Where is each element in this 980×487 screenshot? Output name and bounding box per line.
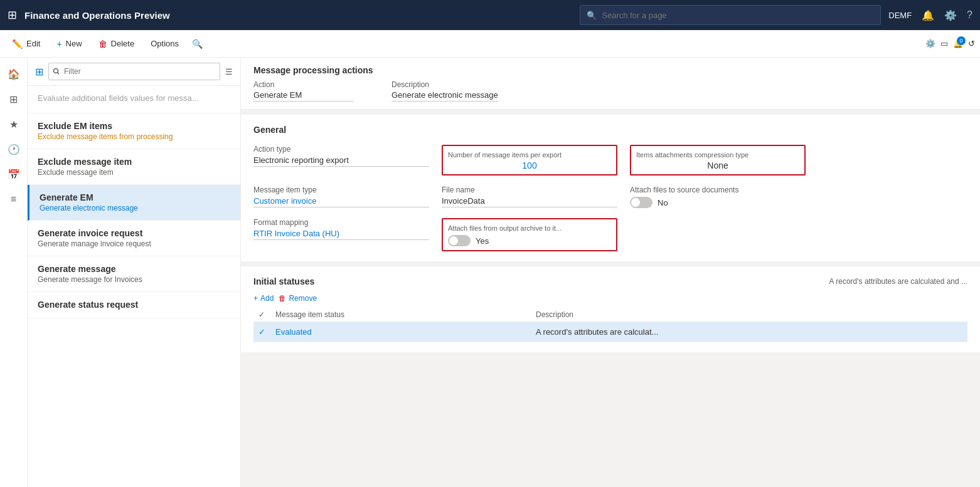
settings-icon[interactable]: ⚙️ xyxy=(944,9,957,21)
help-icon[interactable]: ? xyxy=(967,9,972,21)
app-title: Finance and Operations Preview xyxy=(24,10,170,21)
search-toolbar-icon[interactable]: 🔍 xyxy=(188,35,206,53)
filter-icon[interactable]: ⊞ xyxy=(3,88,25,110)
calendar-icon[interactable]: 📅 xyxy=(3,163,25,186)
row-description: A record's attributes are calculat... xyxy=(531,322,967,342)
items-attach-value: None xyxy=(636,160,799,170)
attach-output-toggle-container: Yes xyxy=(448,235,611,246)
statuses-note: A record's attributes are calculated and… xyxy=(829,277,967,286)
format-mapping-label: Format mapping xyxy=(253,218,429,227)
list-item[interactable]: Generate status request xyxy=(28,292,240,319)
notification-icon[interactable]: 🔔 xyxy=(922,9,934,21)
list-item-title: Exclude message item xyxy=(38,157,230,167)
status-col-header: Message item status xyxy=(270,308,531,322)
list-item-title: Exclude EM items xyxy=(38,121,230,131)
file-name-value: InvoiceData xyxy=(442,196,617,207)
options-button[interactable]: Options xyxy=(144,34,186,53)
row-check: ✓ xyxy=(253,322,270,342)
general-grid: Action type Electronic reporting export … xyxy=(253,145,967,251)
toolbar: ✏️ Edit + New 🗑 Delete Options 🔍 ⚙️ ▭ 🔔0… xyxy=(0,30,980,58)
msg-items-per-export-field[interactable]: Number of message items per export 100 xyxy=(442,145,617,175)
user-label: DEMF xyxy=(888,11,912,20)
attach-source-toggle[interactable] xyxy=(630,197,652,208)
search-bar[interactable]: 🔍 xyxy=(580,5,881,25)
statuses-header: Initial statuses A record's attributes a… xyxy=(253,276,967,286)
list-item[interactable]: Generate invoice request Generate manage… xyxy=(28,221,240,256)
items-attach-compression-field[interactable]: Items attachments compression type None xyxy=(630,145,806,175)
list-item[interactable]: Generate message Generate message for In… xyxy=(28,256,240,292)
delete-icon: 🗑 xyxy=(99,39,107,49)
list-item-subtitle: Exclude message item xyxy=(38,168,230,177)
empty-cell xyxy=(630,218,806,251)
list-item-subtitle: Generate message for Invoices xyxy=(38,275,230,284)
notification2-icon[interactable]: 🔔0 xyxy=(953,39,963,48)
action-type-label: Action type xyxy=(253,145,429,154)
list-item[interactable]: Evaluate additional fields values for me… xyxy=(28,86,240,113)
statuses-table: ✓ Message item status Description ✓ Eval… xyxy=(253,308,967,342)
action-label: Action xyxy=(253,80,354,89)
search-input[interactable] xyxy=(602,11,874,20)
list-item-faded-title: Evaluate additional fields values for me… xyxy=(38,93,230,103)
attach-output-value: Yes xyxy=(476,236,489,246)
description-label: Description xyxy=(391,80,498,89)
list-item-title: Generate status request xyxy=(38,300,230,310)
msg-item-type-field: Message item type Customer invoice xyxy=(253,186,429,208)
message-processing-header: Message processing actions Action Genera… xyxy=(241,58,980,110)
format-mapping-field: Format mapping RTIR Invoice Data (HU) xyxy=(253,218,429,251)
star-icon[interactable]: ★ xyxy=(3,113,25,135)
search-icon: 🔍 xyxy=(587,11,597,20)
list-item-subtitle: Exclude message items from processing xyxy=(38,132,230,141)
list-panel: ⊞ ☰ Evaluate additional fields values fo… xyxy=(28,58,241,487)
refresh-icon[interactable]: ↺ xyxy=(968,39,975,48)
list-panel-header: ⊞ ☰ xyxy=(28,58,240,86)
edit-icon: ✏️ xyxy=(12,39,23,49)
main-layout: 🏠 ⊞ ★ 🕐 📅 ≡ ⊞ ☰ Evaluate additional fiel… xyxy=(0,58,980,487)
filter-input[interactable] xyxy=(48,63,220,80)
menu-lines-icon[interactable]: ☰ xyxy=(225,67,233,76)
remove-button[interactable]: 🗑 Remove xyxy=(279,294,317,303)
toolbar-right: ⚙️ ▭ 🔔0 ↺ xyxy=(925,39,975,48)
description-field-group: Description Generate electronic message xyxy=(391,80,498,102)
plus-icon: + xyxy=(253,294,258,303)
msg-item-type-label: Message item type xyxy=(253,186,429,194)
home-icon[interactable]: 🏠 xyxy=(3,63,25,85)
attach-source-docs-field: Attach files to source documents No xyxy=(630,186,806,208)
edit-button[interactable]: ✏️ Edit xyxy=(5,34,47,53)
attach-output-archive-field[interactable]: Attach files from output archive to it..… xyxy=(442,218,617,251)
panel-icon[interactable]: ▭ xyxy=(940,39,948,48)
msg-items-value: 100 xyxy=(448,160,611,170)
topbar: ⊞ Finance and Operations Preview 🔍 DEMF … xyxy=(0,0,980,30)
file-name-field: File name InvoiceData xyxy=(442,186,617,208)
items-attach-label: Items attachments compression type xyxy=(636,151,748,159)
description-value: Generate electronic message xyxy=(391,90,498,102)
action-value: Generate EM xyxy=(253,90,354,102)
list-item[interactable]: Exclude message item Exclude message ite… xyxy=(28,149,240,185)
general-section: General Action type Electronic reporting… xyxy=(241,115,980,261)
list-item-subtitle: Generate manage invoice request xyxy=(38,239,230,248)
attach-output-label: Attach files from output archive to it..… xyxy=(448,224,562,232)
msg-item-type-value: Customer invoice xyxy=(253,196,429,207)
plus-icon: + xyxy=(56,39,61,49)
action-type-value: Electronic reporting export xyxy=(253,155,429,167)
attach-output-toggle[interactable] xyxy=(448,235,471,246)
row-status[interactable]: Evaluated xyxy=(270,322,531,342)
list-icon[interactable]: ≡ xyxy=(3,188,25,211)
add-button[interactable]: + Add xyxy=(253,294,274,303)
table-row[interactable]: ✓ Evaluated A record's attributes are ca… xyxy=(253,322,967,342)
fields-row: Action Generate EM Description Generate … xyxy=(253,80,967,102)
grid-icon[interactable]: ⊞ xyxy=(8,8,17,22)
list-item-generate-em[interactable]: Generate EM Generate electronic message xyxy=(28,185,240,221)
settings2-icon[interactable]: ⚙️ xyxy=(925,39,935,48)
statuses-title: Initial statuses xyxy=(253,276,314,286)
list-item-title: Generate EM xyxy=(40,192,230,202)
clock-icon[interactable]: 🕐 xyxy=(3,138,25,160)
list-item[interactable]: Exclude EM items Exclude message items f… xyxy=(28,113,240,149)
check-col-header: ✓ xyxy=(253,308,270,322)
delete-button[interactable]: 🗑 Delete xyxy=(92,34,142,53)
funnel-icon[interactable]: ⊞ xyxy=(35,66,43,78)
new-button[interactable]: + New xyxy=(50,34,88,53)
attach-source-label: Attach files to source documents xyxy=(630,186,806,194)
sidebar-icons: 🏠 ⊞ ★ 🕐 📅 ≡ xyxy=(0,58,28,487)
list-item-title: Generate invoice request xyxy=(38,228,230,238)
attach-source-toggle-container: No xyxy=(630,197,806,208)
